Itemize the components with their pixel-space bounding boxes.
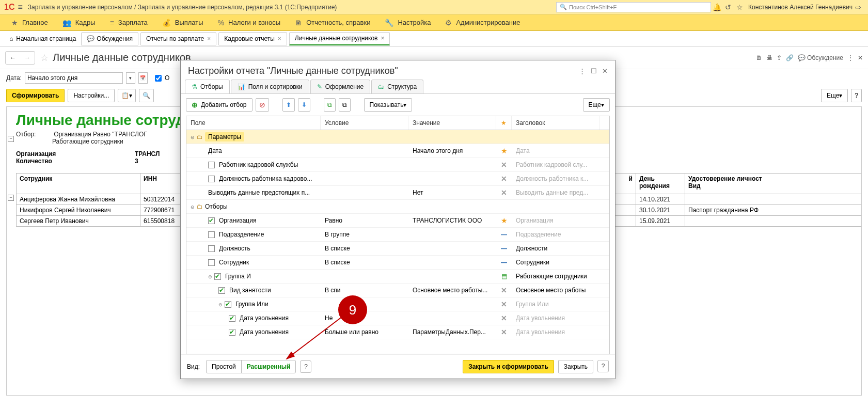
x-icon[interactable]: ✕: [501, 300, 507, 308]
close-dialog-button[interactable]: Закрыть: [558, 360, 593, 373]
settings-button[interactable]: Настройки...: [68, 89, 115, 102]
filter-row[interactable]: Работник кадровой службы✕Работник кадров…: [186, 158, 609, 172]
more-button[interactable]: Еще ▾: [821, 89, 848, 102]
close-page-icon[interactable]: ✕: [858, 54, 863, 61]
filter-row[interactable]: ДатаНачало этого дня★Дата: [186, 144, 609, 158]
tab-1[interactable]: Отчеты по зарплате×: [140, 32, 216, 45]
help-button[interactable]: ?: [851, 89, 862, 102]
export-icon[interactable]: ⇪: [777, 54, 782, 61]
star-icon[interactable]: ☆: [734, 3, 745, 11]
date-input[interactable]: Начало этого дня: [25, 72, 123, 84]
tab-3[interactable]: Личные данные сотрудников×: [289, 32, 390, 45]
footer-help-button[interactable]: ?: [300, 360, 311, 373]
x-icon[interactable]: ✕: [501, 161, 507, 169]
filter-row[interactable]: ⊖🗀Отборы: [186, 200, 609, 214]
tab-close-icon[interactable]: ×: [207, 35, 211, 42]
checkbox[interactable]: [208, 245, 215, 252]
filter-row[interactable]: Дата увольненияБольше или равноПараметры…: [186, 325, 609, 339]
nav-back-button[interactable]: ←: [6, 52, 20, 64]
x-icon[interactable]: ✕: [501, 286, 507, 294]
bell-icon[interactable]: 🔔: [711, 3, 722, 11]
filter-row[interactable]: ⊖Группа И▤Работающие сотрудники: [186, 270, 609, 284]
checkbox[interactable]: [208, 217, 215, 224]
checkbox[interactable]: [225, 301, 231, 308]
checkbox[interactable]: [229, 329, 235, 336]
star-icon[interactable]: ★: [501, 147, 508, 155]
filter-row[interactable]: Вид занятостиВ спиОсновное место работы.…: [186, 284, 609, 297]
toggle-panel-icon[interactable]: ⇨: [853, 3, 864, 11]
link-icon[interactable]: 🔗: [786, 54, 794, 61]
checkbox[interactable]: [208, 259, 215, 266]
checkbox[interactable]: [218, 287, 225, 294]
nav-item-4[interactable]: %Налоги и взносы: [211, 14, 288, 30]
tab-close-icon[interactable]: ×: [381, 35, 384, 42]
generate-button[interactable]: Сформировать: [6, 89, 65, 102]
nav-item-5[interactable]: 🗎Отчетность, справки: [288, 14, 377, 30]
filter-row[interactable]: Выводить данные предстоящих п...Нет✕Выво…: [186, 186, 609, 200]
nav-item-1[interactable]: 👥Кадры: [55, 14, 103, 30]
dialog-close-icon[interactable]: ✕: [602, 67, 608, 75]
dialog-maximize-icon[interactable]: ☐: [591, 67, 597, 75]
star-icon[interactable]: ★: [501, 216, 508, 225]
date-picker-button[interactable]: 📅: [138, 72, 148, 84]
view-mode-toggle[interactable]: Простой Расширенный: [206, 360, 296, 373]
dialog-more-button[interactable]: Еще ▾: [583, 98, 610, 112]
filter-row[interactable]: ДолжностьВ списке—Должности: [186, 242, 609, 256]
search-input[interactable]: 🔍Поиск Ctrl+Shift+F: [556, 2, 711, 12]
add-filter-button[interactable]: ⊕Добавить отбор: [186, 98, 252, 112]
nav-item-7[interactable]: ⚙Администрирование: [438, 14, 527, 30]
filter-row[interactable]: СотрудникВ списке—Сотрудники: [186, 256, 609, 270]
x-icon[interactable]: ✕: [501, 314, 507, 322]
favorite-star-icon[interactable]: ☆: [40, 52, 49, 64]
filter-row[interactable]: ОрганизацияРавноТРАНСЛОГИСТИК ООО★Органи…: [186, 214, 609, 228]
filter-row[interactable]: Дата увольненияНе✕Дата увольнения: [186, 311, 609, 325]
dialog-kebab-icon[interactable]: ⋮: [579, 67, 586, 75]
show-mode-button[interactable]: Показывать ▾: [364, 98, 413, 112]
tab-home[interactable]: ⌂Начальная страница: [4, 32, 81, 45]
group-or-button[interactable]: ⧉: [339, 98, 351, 112]
filter-row[interactable]: ⊖Группа Или✕Группа Или: [186, 297, 609, 311]
nav-item-0[interactable]: ★Главное: [4, 14, 55, 30]
save-report-icon[interactable]: 🗎: [756, 54, 762, 61]
tab-0[interactable]: 💬Обсуждения: [81, 32, 138, 45]
tree-collapse-1[interactable]: −: [8, 136, 14, 142]
move-down-button[interactable]: ⬇: [298, 98, 310, 112]
burger-icon[interactable]: ≡: [18, 3, 22, 12]
list-icon[interactable]: ▤: [501, 273, 507, 280]
filter-row[interactable]: ПодразделениеВ группе—Подразделение: [186, 228, 609, 242]
nav-item-6[interactable]: 🔧Настройка: [377, 14, 438, 30]
modal-tab-1[interactable]: 📊Поля и сортировки: [231, 80, 309, 93]
find-button[interactable]: 🔍: [139, 89, 154, 102]
footer-help2-button[interactable]: ?: [597, 360, 609, 372]
filter-row[interactable]: Должность работника кадрово...✕Должность…: [186, 172, 609, 186]
print-icon[interactable]: 🖶: [766, 54, 772, 61]
tab-close-icon[interactable]: ×: [278, 35, 281, 42]
kebab-icon[interactable]: ⋮: [847, 54, 854, 61]
copy-button[interactable]: 📋▾: [118, 89, 136, 102]
user-name[interactable]: Константинов Алексей Геннадиевич: [748, 4, 853, 11]
view-advanced-button[interactable]: Расширенный: [242, 360, 296, 373]
dash-icon[interactable]: —: [501, 245, 507, 252]
dash-icon[interactable]: —: [501, 231, 507, 238]
modal-tab-2[interactable]: ✎Оформление: [310, 80, 370, 93]
group-and-button[interactable]: ⧉: [324, 98, 336, 112]
checkbox[interactable]: [208, 231, 215, 238]
tree-collapse-2[interactable]: −: [8, 195, 14, 201]
checkbox[interactable]: [229, 315, 235, 322]
x-icon[interactable]: ✕: [501, 175, 507, 183]
view-simple-button[interactable]: Простой: [207, 360, 242, 373]
checkbox[interactable]: [214, 273, 221, 280]
nav-item-2[interactable]: ≡Зарплата: [103, 14, 155, 30]
filter-row[interactable]: ⊖🗀Параметры: [186, 130, 609, 144]
modal-tab-0[interactable]: ⚗Отборы: [185, 80, 230, 93]
close-and-generate-button[interactable]: Закрыть и сформировать: [463, 360, 554, 373]
dash-icon[interactable]: —: [501, 259, 507, 266]
date-dropdown-button[interactable]: ▾: [126, 72, 135, 84]
delete-filter-button[interactable]: ⊘: [256, 98, 269, 112]
x-icon[interactable]: ✕: [501, 188, 507, 197]
move-up-button[interactable]: ⬆: [282, 98, 295, 112]
checkbox[interactable]: [208, 176, 215, 182]
nav-item-3[interactable]: 💰Выплаты: [155, 14, 211, 30]
checkbox[interactable]: [208, 162, 215, 168]
tab-2[interactable]: Кадровые отчеты×: [218, 32, 287, 45]
